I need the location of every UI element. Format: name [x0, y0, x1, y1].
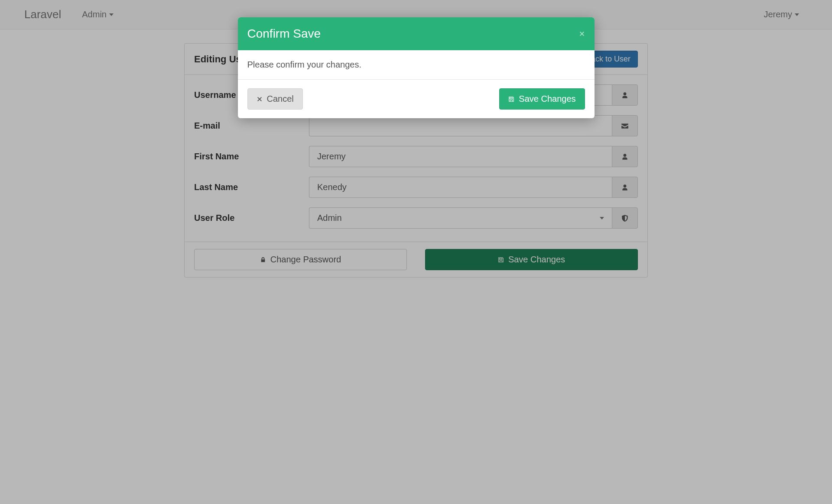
modal-overlay[interactable]: Confirm Save Please confirm your changes…: [0, 0, 832, 278]
confirm-save-label: Save Changes: [519, 94, 575, 104]
cancel-label: Cancel: [267, 94, 294, 104]
close-icon: [257, 96, 263, 102]
modal-header: Confirm Save: [238, 17, 595, 50]
modal-title: Confirm Save: [247, 27, 321, 41]
save-icon: [508, 96, 514, 102]
confirm-save-modal: Confirm Save Please confirm your changes…: [238, 17, 595, 118]
confirm-save-button[interactable]: Save Changes: [499, 88, 585, 110]
close-icon: [579, 31, 585, 37]
modal-close-button[interactable]: [579, 29, 585, 39]
cancel-button[interactable]: Cancel: [247, 88, 303, 110]
modal-body: Please confirm your changes.: [238, 50, 595, 79]
modal-footer: Cancel Save Changes: [238, 79, 595, 118]
